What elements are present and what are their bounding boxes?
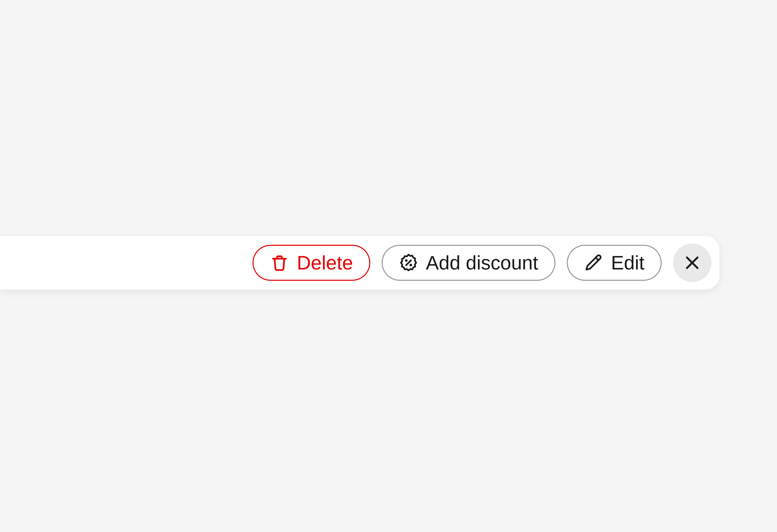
delete-button[interactable]: Delete — [252, 245, 370, 281]
svg-point-1 — [410, 265, 411, 266]
discount-badge-icon — [399, 253, 418, 272]
add-discount-button-label: Add discount — [426, 253, 538, 272]
add-discount-button[interactable]: Add discount — [381, 245, 555, 281]
pencil-icon — [584, 253, 603, 272]
edit-button[interactable]: Edit — [567, 245, 662, 281]
trash-icon — [270, 253, 289, 272]
close-icon — [683, 254, 701, 272]
close-button[interactable] — [673, 244, 711, 282]
svg-point-0 — [406, 260, 407, 261]
edit-button-label: Edit — [611, 253, 645, 272]
delete-button-label: Delete — [297, 253, 353, 272]
action-toolbar: Delete Add discount Edit — [0, 236, 719, 289]
